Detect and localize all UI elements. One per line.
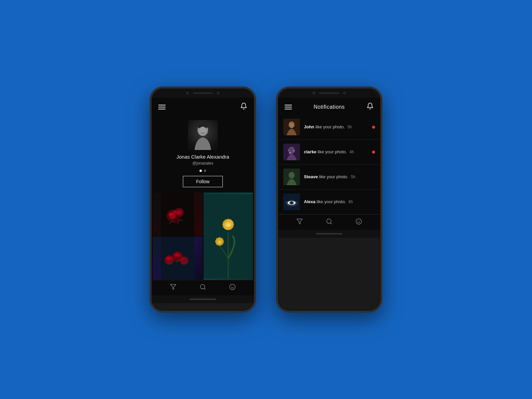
hamburger-line-2	[158, 107, 166, 107]
menu-icon[interactable]	[158, 105, 166, 109]
svg-point-4	[199, 127, 207, 135]
filter-nav-icon-2[interactable]	[296, 218, 303, 226]
phone-1-screen: Jonas Clarke Alexandra @jonasalex Follow	[152, 98, 254, 295]
svg-point-49	[293, 150, 295, 152]
svg-point-52	[289, 172, 295, 179]
notif-item-alexa[interactable]: Alexa like your photo. 6h	[278, 190, 380, 214]
thumb-face-alexa	[283, 194, 300, 210]
bell-icon-2[interactable]	[366, 102, 374, 111]
svg-point-62	[356, 219, 362, 224]
phone-1-top-bar	[152, 88, 254, 98]
front-camera-2	[343, 92, 346, 94]
hamburger-line-3	[158, 109, 166, 109]
follow-button[interactable]: Follow	[183, 176, 223, 187]
svg-point-50	[288, 150, 289, 151]
svg-marker-37	[170, 285, 176, 290]
phone-2-screen: Notifications	[278, 98, 380, 230]
svg-point-28	[217, 241, 221, 244]
notif-time-clarke: 4h	[349, 150, 354, 154]
dark-flowers-photo	[153, 193, 202, 236]
notif-action-alexa: like your photo.	[317, 199, 346, 204]
svg-marker-59	[297, 219, 302, 224]
search-nav-icon-2[interactable]	[326, 218, 332, 226]
grid-roses-blue[interactable]	[153, 237, 202, 280]
svg-point-48	[289, 152, 291, 154]
thumb-face-steave	[283, 169, 300, 185]
speaker-bar-2	[319, 92, 339, 94]
notif-unread-dot-clarke	[372, 151, 375, 154]
notif-action-john: like your photo.	[316, 124, 345, 129]
camera-dot-2	[313, 92, 315, 94]
svg-line-61	[331, 223, 332, 224]
grid-dark-roses[interactable]	[153, 193, 202, 236]
teal-flowers-photo	[203, 193, 253, 280]
svg-point-23	[226, 223, 230, 227]
app-header-2: Notifications	[278, 98, 380, 115]
search-nav-icon[interactable]	[200, 284, 206, 292]
notif-text-alexa: Alexa like your photo. 6h	[304, 199, 375, 205]
emoji-nav-icon-2[interactable]	[355, 218, 362, 226]
filter-nav-icon[interactable]	[170, 284, 177, 292]
thumb-face-john	[283, 119, 300, 135]
notif-time-steave: 5h	[351, 175, 355, 179]
hamburger-line-3-2	[285, 109, 292, 109]
phone-2-top-bar	[278, 88, 380, 98]
notif-username-john: John	[304, 124, 314, 129]
speaker-bar	[193, 92, 213, 94]
camera-dot	[186, 92, 189, 94]
notif-item-john[interactable]: John like your photo. 3h	[278, 115, 380, 140]
avatar	[188, 120, 218, 150]
grid-teal-daffodils[interactable]	[203, 193, 253, 280]
hamburger-line-2-2	[285, 107, 292, 107]
notif-text-john: John like your photo. 3h	[304, 124, 368, 130]
svg-point-58	[290, 201, 293, 204]
notif-item-clarke[interactable]: clarke like your photo. 4h	[278, 140, 380, 165]
svg-line-39	[204, 288, 205, 290]
bell-icon[interactable]	[240, 102, 247, 111]
app-header-1	[152, 98, 254, 115]
phone-1-bottom-bar	[152, 295, 254, 303]
notif-action-steave: like your photo.	[319, 174, 348, 179]
hamburger-line-1-2	[285, 105, 292, 105]
page-title: Notifications	[314, 104, 345, 110]
notif-text-steave: Steave like your photo. 5h	[304, 174, 375, 180]
notif-item-steave[interactable]: Steave like your photo. 5h	[278, 165, 380, 190]
roses-blue-photo	[153, 237, 202, 280]
notif-unread-dot-john	[372, 126, 375, 129]
bottom-nav-1	[152, 280, 254, 295]
phone-2-bottom-bar	[278, 230, 380, 238]
bottom-nav-2	[278, 214, 380, 230]
front-camera	[217, 92, 219, 94]
hamburger-line-1	[158, 105, 166, 105]
notif-time-john: 3h	[347, 125, 351, 129]
thumb-face-clarke	[283, 144, 300, 160]
dot-2[interactable]	[204, 170, 206, 172]
home-indicator	[190, 299, 216, 300]
svg-point-45	[289, 123, 294, 128]
notif-thumb-alexa	[283, 194, 300, 210]
notif-thumb-john	[283, 119, 300, 135]
emoji-nav-icon[interactable]	[229, 284, 236, 292]
notif-thumb-clarke	[283, 144, 300, 160]
photo-grid	[152, 193, 254, 280]
phone-2: Notifications	[276, 86, 382, 313]
notif-username-steave: Steave	[304, 174, 318, 179]
svg-point-10	[177, 210, 182, 215]
notif-action-clarke: like your photo.	[318, 149, 347, 154]
pagination-dots	[152, 170, 254, 176]
menu-icon-2[interactable]	[285, 105, 292, 109]
notif-username-alexa: Alexa	[304, 199, 316, 204]
profile-name: Jonas Clarke Alexandra	[152, 154, 254, 161]
phone-1: Jonas Clarke Alexandra @jonasalex Follow	[150, 86, 256, 313]
notif-text-clarke: clarke like your photo. 4h	[304, 149, 368, 155]
profile-username: @jonasalex	[152, 161, 254, 170]
svg-point-32	[180, 257, 188, 265]
notif-time-alexa: 6h	[348, 200, 353, 204]
notif-thumb-steave	[283, 169, 300, 185]
notification-list: John like your photo. 3h	[278, 115, 380, 214]
avatar-face	[188, 120, 218, 150]
notif-username-clarke: clarke	[304, 149, 317, 154]
dot-1[interactable]	[200, 170, 202, 172]
svg-point-40	[230, 284, 235, 290]
home-indicator-2	[316, 233, 342, 234]
